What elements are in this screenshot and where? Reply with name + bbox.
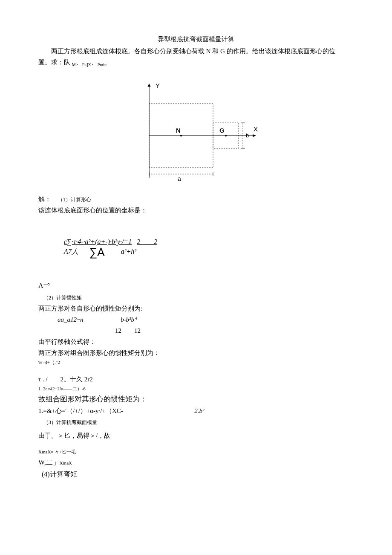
w-line: W,二」XmaX	[38, 457, 354, 468]
garble-1: %=4+（."2	[38, 359, 354, 366]
combined-left: 1.=&+心='（/+/）+α-y·/+（XC-	[38, 407, 123, 414]
step2-text2: 两正方形对组合图形形心的惯性矩分别为：	[38, 348, 354, 358]
figure-container: Y X a b N G	[38, 80, 354, 190]
inertia-left: aa_a12~n	[58, 316, 84, 323]
sym-pmin: Pmin	[98, 62, 107, 67]
step2-label: （2）计算惯性矩	[43, 295, 82, 301]
sol-label: 解：	[38, 196, 51, 203]
formula1-bot-left: A7人	[64, 248, 78, 255]
step2-text1: 两正方形对各自形心的惯性矩分别为:	[38, 303, 354, 314]
dim-a-label: a	[178, 175, 181, 182]
sep1: 、	[76, 59, 82, 66]
inertia-under: 12 12	[115, 325, 354, 336]
step3-text: 由于。＞匕，易得＞/，故	[38, 430, 354, 441]
step3-label-line: （3）计算抗弯截面模量	[38, 417, 354, 427]
step3-label: （3）计算抗弯截面模量	[43, 419, 97, 425]
axis-y-label: Y	[156, 82, 160, 89]
combined-formula: 1.=&+心='（/+/）+α-y·/+（XC- 2.b²	[38, 406, 354, 416]
step1-text: 该连体根底底面形心的位置的坐标是：	[38, 205, 354, 215]
garble-3: 1. 2c=42+Ue——二）-6	[38, 385, 354, 393]
inertia-line: aa_a12~n b-b³b⁴	[58, 314, 354, 325]
point-g-label: G	[219, 127, 225, 134]
sigma-a-icon: ∑A	[89, 246, 105, 259]
w-prefix: W,二」	[38, 459, 60, 466]
inertia-right: b-b³b⁴	[121, 316, 137, 323]
page-title: 异型根底抗弯截面模量计算	[38, 34, 354, 44]
figure-diagram: Y X a b N G	[130, 80, 262, 187]
svg-point-10	[180, 135, 182, 137]
step2-label-line: （2）计算惯性矩	[38, 292, 354, 302]
step4-label: (4)计算弯矩	[42, 469, 354, 480]
solution-line: 解： （1）计算形心	[38, 194, 354, 204]
axis-x-label: X	[254, 125, 258, 133]
combined-heading: 故组合图形对其形心的惯性矩为：	[38, 393, 354, 405]
point-n-label: N	[176, 127, 181, 134]
intro-paragraph-2: 置。求：队 M、Pk]X、Pmin	[38, 57, 354, 68]
formula1-top: c∑·τ·4-·a²+(a+-)·b²y·/=1	[64, 238, 132, 245]
sym-pkx: Pk]X	[82, 62, 91, 67]
dim-b-label: b	[246, 132, 249, 139]
sym-m: M	[72, 62, 76, 67]
step1-label: （1）计算形心	[58, 197, 91, 203]
formula-1: c∑·τ·4-·a²+(a+-)·b²y·/=1 2 2 A7人 ∑A a²+h…	[64, 238, 354, 259]
parallel-axis-text: 由平行移轴公式得：	[38, 337, 354, 347]
lambda-line: Λ=°	[38, 280, 354, 291]
diagram-svg: Y X a b N G	[130, 80, 262, 187]
w-xmax: XmaX	[60, 460, 72, 465]
combined-right: 2.b²	[194, 407, 204, 414]
sep2: 、	[91, 59, 98, 66]
intro-paragraph-1: 两正方形根底组成连体根底。各自形心分别受轴心荷载 N 和 G 的作用。给出该连体…	[38, 46, 354, 56]
formula1-bot-right: a²+h²	[121, 248, 136, 255]
garble-2: τ . / 2。十久 2r2	[38, 374, 354, 384]
xmax-line: XmaX= 々+匕一毛	[38, 448, 354, 456]
intro-prefix: 置。求：队	[38, 59, 72, 66]
formula1-right: 2 2	[137, 238, 157, 245]
svg-point-11	[225, 135, 227, 137]
